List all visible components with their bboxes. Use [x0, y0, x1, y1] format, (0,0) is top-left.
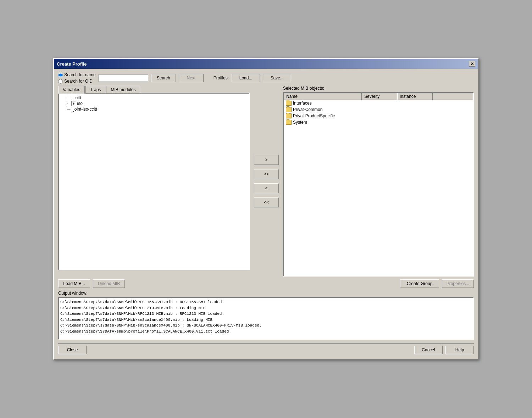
close-button[interactable]: Close [58, 346, 87, 354]
mib-row-name: Privat-ProductSpecific [293, 113, 335, 118]
th-name: Name [284, 93, 362, 100]
create-group-button[interactable]: Create Group [400, 279, 439, 288]
mib-objects-table[interactable]: Name Severity Instance Interfaces Privat… [283, 92, 474, 277]
tree-item-ccitt[interactable]: ├─ ccitt [60, 95, 248, 101]
tree-connector: └─ [61, 107, 73, 112]
search-button[interactable]: Search [151, 74, 176, 82]
transfer-all-left-button[interactable]: << [254, 197, 279, 207]
selected-mib-label: Selected MIB objects: [283, 86, 474, 91]
final-right-buttons: Cancel Help [414, 346, 474, 354]
search-for-oid-label: Search for OID [64, 79, 93, 84]
load-mib-button[interactable]: Load MIB... [58, 279, 90, 288]
tree-item-joint-iso-ccitt[interactable]: └─ joint-iso-ccitt [60, 106, 248, 112]
mib-row-privat-common[interactable]: Privat-Common [284, 106, 473, 113]
title-bar: Create Profile ✕ [54, 59, 478, 69]
th-instance: Instance [397, 93, 433, 100]
output-line: C:\Siemens\Step7\s7data\SNMP\Mib\snScala… [60, 317, 472, 323]
tree-connector: ├ [61, 101, 71, 106]
dialog-title: Create Profile [57, 61, 87, 67]
output-section: Output window: C:\Siemens\Step7\s7data\S… [58, 291, 474, 340]
mib-row-name: Privat-Common [293, 107, 322, 112]
profiles-section: Profiles: Load... Save... [214, 74, 291, 82]
mib-row-privat-productspecific[interactable]: Privat-ProductSpecific [284, 113, 473, 119]
transfer-all-right-button[interactable]: >> [254, 169, 279, 179]
tree-item-iso[interactable]: ├ + iso [60, 101, 248, 106]
output-line: C:\Siemens\Step7\s7data\SNMP\Mib\RFC1213… [60, 311, 472, 317]
mib-row-name: System [293, 120, 307, 125]
search-for-name-radio[interactable]: Search for name [58, 72, 96, 77]
folder-icon [286, 113, 292, 118]
tree-item-label: joint-iso-ccitt [73, 107, 97, 112]
close-icon[interactable]: ✕ [469, 61, 475, 67]
transfer-left-button[interactable]: < [254, 183, 279, 193]
create-profile-dialog: Create Profile ✕ Search for name Search … [53, 58, 479, 360]
radio-group: Search for name Search for OID [58, 72, 96, 84]
tab-mib-modules[interactable]: MIB modules [106, 86, 140, 93]
folder-icon [286, 101, 292, 106]
save-profile-button[interactable]: Save... [263, 74, 291, 82]
tab-variables[interactable]: Variables [58, 86, 85, 94]
tree-panel[interactable]: ├─ ccitt ├ + iso └─ joint-iso-ccitt [58, 93, 250, 270]
unload-mib-button[interactable]: Unload MIB [93, 279, 125, 288]
folder-icon [286, 107, 292, 112]
th-extra [433, 93, 473, 100]
tree-connector: ├─ [61, 96, 73, 100]
properties-button[interactable]: Properties... [442, 279, 474, 288]
dialog-body: Search for name Search for OID Search Ne… [54, 69, 478, 359]
output-line: C:\Siemens\Step7\S7DATA\snmp\profile\Pro… [60, 329, 472, 335]
expander-sign: + [73, 102, 75, 106]
mib-row-name: Interfaces [293, 101, 312, 106]
folder-icon [286, 120, 292, 125]
mib-row-system[interactable]: System [284, 119, 473, 126]
output-box[interactable]: C:\Siemens\Step7\s7data\SNMP\Mib\RFC1155… [58, 297, 474, 340]
output-line: C:\Siemens\Step7\s7data\SNMP\Mib\RFC1155… [60, 299, 472, 305]
tabs: Variables Traps MIB modules [58, 86, 250, 93]
tab-traps[interactable]: Traps [85, 86, 105, 93]
cancel-button[interactable]: Cancel [414, 346, 443, 354]
table-header: Name Severity Instance [284, 93, 473, 100]
bottom-buttons-row: Load MIB... Unload MIB Create Group Prop… [58, 279, 474, 288]
next-button[interactable]: Next [179, 74, 204, 82]
search-input[interactable] [99, 74, 148, 82]
left-panel: Variables Traps MIB modules ├─ ccitt ├ + [58, 86, 250, 277]
tree-expander-iso[interactable]: + [71, 101, 76, 106]
transfer-right-button[interactable]: > [254, 155, 279, 165]
tree-item-label: iso [77, 101, 83, 106]
output-line: C:\Siemens\Step7\s7data\SNMP\Mib\snScala… [60, 323, 472, 329]
mib-row-interfaces[interactable]: Interfaces [284, 100, 473, 106]
profiles-label: Profiles: [214, 76, 229, 80]
th-severity: Severity [362, 93, 397, 100]
transfer-buttons: > >> < << [253, 86, 280, 277]
final-buttons: Close Cancel Help [58, 343, 474, 356]
help-button[interactable]: Help [445, 346, 474, 354]
output-line: C:\Siemens\Step7\s7data\SNMP\Mib\RFC1213… [60, 305, 472, 311]
right-panel: Selected MIB objects: Name Severity Inst… [283, 86, 474, 277]
search-for-name-label: Search for name [64, 72, 96, 77]
top-row: Search for name Search for OID Search Ne… [58, 72, 474, 84]
main-area: Variables Traps MIB modules ├─ ccitt ├ + [58, 86, 474, 277]
bottom-buttons-right: Create Group Properties... [400, 279, 474, 288]
search-for-oid-radio[interactable]: Search for OID [58, 79, 96, 84]
tree-item-label: ccitt [73, 95, 81, 100]
output-label: Output window: [58, 291, 474, 296]
load-profile-button[interactable]: Load... [232, 74, 260, 82]
